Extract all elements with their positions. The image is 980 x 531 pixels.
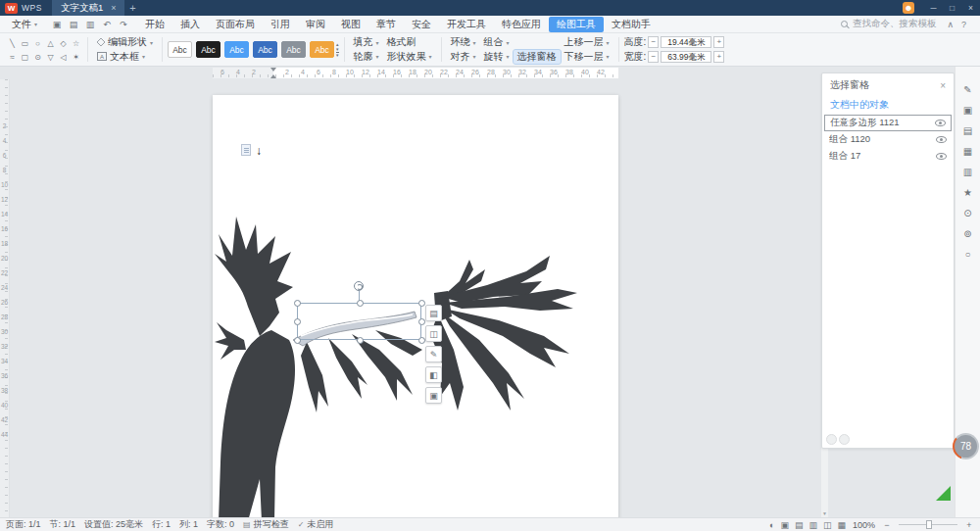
rotation-handle[interactable] xyxy=(354,281,364,291)
view-mode-icon[interactable]: ▤ xyxy=(795,520,804,530)
height-decrease-button[interactable]: − xyxy=(648,36,659,48)
shape-icon[interactable]: ╲ xyxy=(6,36,19,50)
sidebar-tool-icon[interactable]: ★ xyxy=(963,187,972,199)
quick-access-icon[interactable]: ▣ xyxy=(50,20,64,29)
shape-style-swatch[interactable]: Abc xyxy=(310,41,334,58)
format-painter-button[interactable]: 格式刷 xyxy=(383,35,436,49)
zoom-slider[interactable] xyxy=(899,524,957,525)
shape-style-swatch[interactable]: Abc xyxy=(196,41,220,58)
shape-icon[interactable]: ◇ xyxy=(57,36,70,50)
wrap-button[interactable]: 环绕 ▾ xyxy=(447,35,480,49)
document-page[interactable]: ↓ ▤◫✎◧▣ xyxy=(213,95,618,517)
new-tab-button[interactable]: + xyxy=(124,2,140,14)
zoom-slider-thumb[interactable] xyxy=(926,520,932,529)
shape-icon[interactable]: △ xyxy=(44,36,57,50)
view-mode-icon[interactable]: ◫ xyxy=(823,520,832,530)
view-mode-icon[interactable]: ◐ xyxy=(769,520,774,530)
menu-tab[interactable]: 视图 xyxy=(333,17,368,32)
align-button[interactable]: 对齐 ▾ xyxy=(447,50,480,64)
outline-button[interactable]: 轮廓 ▾ xyxy=(350,50,383,64)
view-mode-icon[interactable]: ▣ xyxy=(780,520,789,530)
shape-icon[interactable]: ▭ xyxy=(19,36,31,50)
zoom-level[interactable]: 100% xyxy=(853,520,875,530)
height-increase-button[interactable]: + xyxy=(713,36,724,48)
floating-tool-button[interactable]: ▣ xyxy=(425,387,442,404)
shape-style-swatch[interactable]: Abc xyxy=(224,41,249,58)
floating-tool-button[interactable]: ✎ xyxy=(425,346,442,362)
sidebar-tool-icon[interactable]: ⊙ xyxy=(963,208,971,219)
shape-style-swatch[interactable]: Abc xyxy=(168,41,192,58)
menu-tab[interactable]: 特色应用 xyxy=(494,17,549,32)
shape-icon[interactable]: ⊙ xyxy=(31,50,44,64)
menu-tab[interactable]: 插入 xyxy=(172,17,208,32)
fill-button[interactable]: 填充 ▾ xyxy=(350,35,383,49)
edit-shape-button[interactable]: 编辑形状 ▾ xyxy=(93,35,157,49)
visibility-eye-icon[interactable] xyxy=(936,136,947,143)
gallery-down-icon[interactable]: ▾ xyxy=(336,47,339,51)
height-input[interactable]: 19.44毫米 xyxy=(661,36,711,48)
shape-icon[interactable]: ☆ xyxy=(70,36,82,50)
score-badge[interactable]: 78 xyxy=(953,433,979,459)
command-search[interactable]: 查找命令、搜索模板 xyxy=(841,18,937,30)
sidebar-tool-icon[interactable]: ✎ xyxy=(963,84,971,96)
scroll-down-icon[interactable]: ▼ xyxy=(821,510,828,516)
shape-icon[interactable]: ▽ xyxy=(44,50,57,64)
text-box-button[interactable]: A 文本框 ▾ xyxy=(93,50,157,64)
floating-tool-button[interactable]: ▤ xyxy=(425,305,442,321)
first-line-indent-marker[interactable] xyxy=(270,68,276,72)
menu-tab[interactable]: 绘图工具 xyxy=(549,17,604,32)
quick-access-icon[interactable]: ↷ xyxy=(117,20,130,29)
object-list-item[interactable]: 组合 17 xyxy=(824,148,952,165)
collapse-ribbon-icon[interactable]: ∧ xyxy=(947,20,954,29)
shape-icon[interactable]: ≈ xyxy=(6,50,19,64)
file-menu-button[interactable]: 文件 ▾ xyxy=(6,18,43,31)
shape-icon[interactable]: ○ xyxy=(31,36,44,50)
shape-icon[interactable]: ◁ xyxy=(57,50,70,64)
quick-access-icon[interactable]: ↶ xyxy=(100,20,114,29)
spell-check-status[interactable]: ▤ 拼写检查 xyxy=(243,518,289,531)
view-mode-icon[interactable]: ▥ xyxy=(808,520,817,530)
sidebar-tool-icon[interactable]: ▤ xyxy=(963,125,972,137)
menu-tab[interactable]: 审阅 xyxy=(298,17,333,32)
selection-pane-button[interactable]: 选择窗格 xyxy=(514,50,561,64)
gallery-more-icon[interactable]: ▾ xyxy=(336,52,339,57)
close-icon[interactable]: × xyxy=(940,80,946,91)
resize-handle-ne[interactable] xyxy=(418,300,425,307)
menu-tab[interactable]: 开发工具 xyxy=(439,17,494,32)
resize-handle-s[interactable] xyxy=(357,337,364,344)
shape-icon[interactable]: ▢ xyxy=(19,50,31,64)
resize-handle-n[interactable] xyxy=(357,300,364,307)
close-button[interactable]: × xyxy=(961,0,980,16)
group-button[interactable]: 组合 ▾ xyxy=(480,35,514,49)
proofing-status[interactable]: ✓ 未启用 xyxy=(298,518,334,531)
left-indent-marker[interactable] xyxy=(270,74,276,78)
tab-close-icon[interactable]: × xyxy=(111,3,116,13)
quick-access-icon[interactable]: ▤ xyxy=(67,20,80,29)
width-increase-button[interactable]: + xyxy=(713,51,724,63)
shape-icon[interactable]: ✶ xyxy=(70,50,82,64)
minimize-button[interactable]: ─ xyxy=(924,0,943,16)
menu-tab[interactable]: 开始 xyxy=(137,17,172,32)
help-icon[interactable]: ? xyxy=(961,20,966,29)
zoom-out-button[interactable]: − xyxy=(882,520,892,530)
sidebar-tool-icon[interactable]: ○ xyxy=(964,249,970,261)
sidebar-tool-icon[interactable]: ⊚ xyxy=(963,228,971,240)
menu-tab[interactable]: 引用 xyxy=(263,17,298,32)
menu-tab[interactable]: 页面布局 xyxy=(208,17,263,32)
sidebar-tool-icon[interactable]: ▥ xyxy=(963,167,972,178)
visibility-eye-icon[interactable] xyxy=(935,120,946,126)
rotate-button[interactable]: 旋转 ▾ xyxy=(480,50,514,64)
visibility-eye-icon[interactable] xyxy=(936,153,947,160)
bring-forward-button[interactable]: 上移一层 ▾ xyxy=(561,35,613,49)
document-canvas[interactable]: ↓ ▤◫✎◧▣ xyxy=(10,79,821,517)
floating-tool-button[interactable]: ◫ xyxy=(425,325,442,342)
document-tab[interactable]: 文字文稿1 × xyxy=(52,0,125,16)
maximize-button[interactable]: □ xyxy=(943,0,961,16)
object-list-item[interactable]: 组合 1120 xyxy=(824,131,952,148)
shape-style-swatch[interactable]: Abc xyxy=(253,41,277,58)
sidebar-tool-icon[interactable]: ▣ xyxy=(963,105,972,117)
shape-selection-box[interactable] xyxy=(297,303,421,340)
resize-handle-w[interactable] xyxy=(294,318,301,325)
shape-effects-button[interactable]: 形状效果 ▾ xyxy=(383,50,436,64)
wps-logo-icon[interactable]: W xyxy=(5,3,18,14)
